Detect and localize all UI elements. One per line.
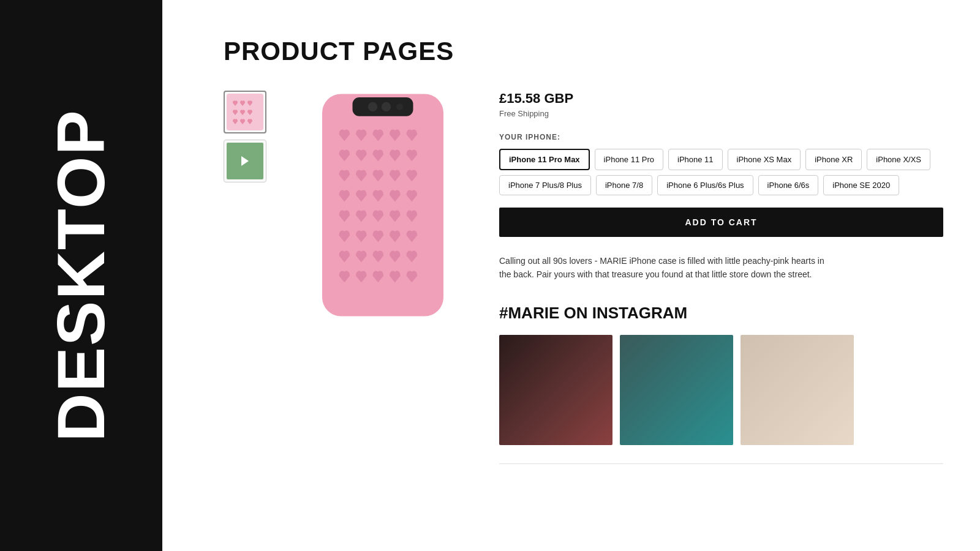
iphone-option-7[interactable]: iPhone 7 Plus/8 Plus xyxy=(499,175,591,195)
bottom-divider xyxy=(499,463,943,464)
product-layout: £15.58 GBP Free Shipping YOUR IPHONE: iP… xyxy=(224,91,943,464)
iphone-option-11[interactable]: iPhone SE 2020 xyxy=(823,175,899,195)
insta-image-3 xyxy=(741,335,854,445)
iphone-option-4[interactable]: iPhone XS Max xyxy=(728,149,801,170)
thumbnail-1[interactable] xyxy=(224,91,266,133)
shipping-label: Free Shipping xyxy=(499,109,943,118)
page-title: PRODUCT PAGES xyxy=(224,37,943,66)
iphone-option-10[interactable]: iPhone 6/6s xyxy=(758,175,819,195)
iphone-option-1[interactable]: iPhone 11 Pro Max xyxy=(499,149,590,170)
iphone-option-8[interactable]: iPhone 7/8 xyxy=(596,175,652,195)
iphone-options: iPhone 11 Pro MaxiPhone 11 ProiPhone 11i… xyxy=(499,149,943,195)
sidebar-label: DESKTOP xyxy=(51,109,111,442)
thumbnail-2[interactable] xyxy=(224,140,266,182)
svg-point-3 xyxy=(368,102,377,111)
iphone-option-5[interactable]: iPhone XR xyxy=(805,149,862,170)
insta-image-1 xyxy=(499,335,612,445)
product-price: £15.58 GBP xyxy=(499,91,943,107)
svg-point-4 xyxy=(382,102,391,111)
iphone-option-2[interactable]: iPhone 11 Pro xyxy=(595,149,663,170)
main-content: PRODUCT PAGES xyxy=(162,0,980,551)
iphone-option-9[interactable]: iPhone 6 Plus/6s Plus xyxy=(657,175,753,195)
add-to-cart-button[interactable]: ADD TO CART xyxy=(499,208,943,237)
instagram-photo-2[interactable] xyxy=(620,335,733,445)
iphone-option-3[interactable]: iPhone 11 xyxy=(668,149,723,170)
instagram-grid xyxy=(499,335,943,445)
product-image xyxy=(303,91,462,320)
thumbnail-list xyxy=(224,91,266,182)
iphone-option-6[interactable]: iPhone X/XS xyxy=(867,149,930,170)
instagram-photo-1[interactable] xyxy=(499,335,612,445)
play-icon xyxy=(241,156,249,166)
sidebar: DESKTOP xyxy=(0,0,162,551)
option-label: YOUR IPHONE: xyxy=(499,133,943,141)
instagram-title: #MARIE ON INSTAGRAM xyxy=(499,304,943,323)
product-info: £15.58 GBP Free Shipping YOUR IPHONE: iP… xyxy=(499,91,943,464)
product-description: Calling out all 90s lovers - MARIE iPhon… xyxy=(499,254,830,282)
svg-rect-1 xyxy=(322,94,443,317)
insta-image-2 xyxy=(620,335,733,445)
svg-point-5 xyxy=(396,103,403,110)
instagram-photo-3[interactable] xyxy=(741,335,854,445)
